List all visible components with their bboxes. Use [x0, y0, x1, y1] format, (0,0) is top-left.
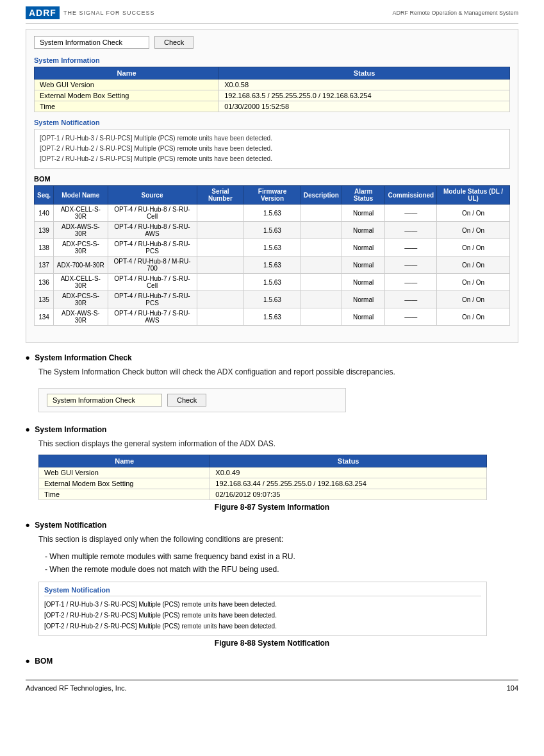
bom-alarm: Normal	[342, 308, 385, 326]
bom-model: ADX-PCS-S-30R	[54, 239, 108, 256]
footer-page: 104	[507, 684, 518, 692]
bom-row: 136 ADX-CELL-S-30R OPT-4 / RU-Hub-7 / S-…	[35, 274, 510, 291]
notification-label: System Notification	[34, 119, 510, 126]
bom-desc	[301, 291, 342, 308]
check-bar: Check	[34, 36, 510, 49]
row-name: Time	[39, 489, 210, 500]
notification-line: [OPT-1 / RU-Hub-3 / S-RU-PCS] Multiple (…	[40, 133, 504, 144]
bom-serial	[197, 256, 244, 274]
table-row: External Modem Box Setting192.168.63.44 …	[39, 478, 487, 489]
logo-text: ADRF	[26, 6, 60, 19]
bom-row: 137 ADX-700-M-30R OPT-4 / RU-Hub-8 / M-R…	[35, 256, 510, 274]
figure-caption: Figure 8-87 System Information	[26, 503, 518, 512]
bom-seq: 138	[35, 239, 54, 256]
bom-col-header: Seq.	[35, 186, 54, 205]
bom-model: ADX-PCS-S-30R	[54, 291, 108, 308]
logo-area: ADRF THE SIGNAL FOR SUCCESS	[26, 6, 155, 19]
bom-module: On / On	[437, 205, 510, 222]
bom-source: OPT-4 / RU-Hub-8 / S-RU-PCS	[108, 239, 197, 256]
table-row: Time01/30/2000 15:52:58	[35, 101, 510, 112]
row-status: 192.168.63.44 / 255.255.255.0 / 192.168.…	[210, 478, 487, 489]
bullet-title: •System Notification	[26, 521, 518, 531]
bom-desc	[301, 239, 342, 256]
figure-check-bar: Check	[38, 388, 346, 414]
bullet-title-text: System Information	[35, 425, 106, 434]
row-name: Web GUI Version	[35, 80, 219, 90]
bom-serial	[197, 308, 244, 326]
small-check-button[interactable]: Check	[167, 394, 206, 407]
bom-module: On / On	[437, 291, 510, 308]
bom-row: 135 ADX-PCS-S-30R OPT-4 / RU-Hub-7 / S-R…	[35, 291, 510, 308]
bullet-dot: •	[26, 424, 29, 435]
bom-desc	[301, 205, 342, 222]
bom-col-header: Description	[301, 186, 342, 205]
col-name: Name	[35, 67, 219, 80]
figure-caption: Figure 8-88 System Notification	[26, 639, 518, 648]
bullet-dot: •	[26, 352, 29, 364]
row-name: External Modem Box Setting	[39, 478, 210, 489]
notification-line: [OPT-2 / RU-Hub-2 / S-RU-PCS] Multiple (…	[40, 144, 504, 154]
bom-seq: 134	[35, 308, 54, 326]
bullet-description: This section is displayed only when the …	[38, 533, 518, 545]
bom-comm: ——	[385, 239, 437, 256]
bom-comm: ——	[385, 274, 437, 291]
notification-title: System Notification	[44, 586, 481, 594]
bullet-title: •BOM	[26, 657, 518, 667]
figure-notification: System Notification[OPT-1 / RU-Hub-3 / S…	[38, 582, 518, 636]
bom-firmware: 1.5.63	[244, 222, 301, 239]
col-name: Name	[39, 455, 210, 467]
bom-col-header: Serial Number	[197, 186, 244, 205]
bom-comm: ——	[385, 291, 437, 308]
bom-model: ADX-CELL-S-30R	[54, 274, 108, 291]
logo-tagline: THE SIGNAL FOR SUCCESS	[63, 10, 155, 16]
row-status: 192.168.63.5 / 255.255.255.0 / 192.168.6…	[219, 90, 510, 101]
system-info-label: System Information	[34, 56, 510, 64]
bullet-title: •System Information	[26, 425, 518, 435]
system-info-check-input[interactable]	[34, 36, 149, 49]
bom-firmware: 1.5.63	[244, 308, 301, 326]
bom-seq: 135	[35, 291, 54, 308]
bom-row: 139 ADX-AWS-S-30R OPT-4 / RU-Hub-8 / S-R…	[35, 222, 510, 239]
bullet-description: The System Information Check button will…	[38, 366, 518, 378]
bom-alarm: Normal	[342, 291, 385, 308]
bom-desc	[301, 222, 342, 239]
bom-row: 140 ADX-CELL-S-30R OPT-4 / RU-Hub-8 / S-…	[35, 205, 510, 222]
bom-model: ADX-CELL-S-30R	[54, 205, 108, 222]
row-name: Time	[35, 101, 219, 112]
bullet-system-notification: •System NotificationThis section is disp…	[26, 521, 518, 648]
bullet-title: •System Information Check	[26, 353, 518, 364]
top-screenshot: Check System Information Name Status Web…	[26, 29, 518, 343]
page-footer: Advanced RF Technologies, Inc. 104	[26, 680, 518, 692]
bom-col-header: Module Status (DL / UL)	[437, 186, 510, 205]
col-status: Status	[210, 455, 487, 467]
bom-module: On / On	[437, 274, 510, 291]
bom-col-header: Source	[108, 186, 197, 205]
check-button[interactable]: Check	[154, 36, 194, 49]
logo-brand: ADRF	[29, 8, 56, 18]
bom-source: OPT-4 / RU-Hub-7 / S-RU-PCS	[108, 291, 197, 308]
bom-desc	[301, 256, 342, 274]
small-check-input[interactable]	[47, 394, 162, 407]
bom-alarm: Normal	[342, 256, 385, 274]
bom-model: ADX-AWS-S-30R	[54, 222, 108, 239]
bullet-system-info-check: •System Information CheckThe System Info…	[26, 353, 518, 416]
bullet-title-text: System Notification	[35, 521, 106, 530]
figure-system-info: Name Status Web GUI VersionX0.0.49Extern…	[38, 455, 518, 500]
notification-line: [OPT-2 / RU-Hub-2 / S-RU-PCS] Multiple (…	[44, 610, 481, 621]
bom-module: On / On	[437, 256, 510, 274]
notification-box: [OPT-1 / RU-Hub-3 / S-RU-PCS] Multiple (…	[34, 129, 510, 169]
bom-serial	[197, 222, 244, 239]
bom-source: OPT-4 / RU-Hub-7 / S-RU-Cell	[108, 274, 197, 291]
bom-source: OPT-4 / RU-Hub-8 / S-RU-Cell	[108, 205, 197, 222]
notification-line: [OPT-2 / RU-Hub-2 / S-RU-PCS] Multiple (…	[44, 621, 481, 632]
table-row: External Modem Box Setting192.168.63.5 /…	[35, 90, 510, 101]
notification-box: System Notification[OPT-1 / RU-Hub-3 / S…	[38, 582, 487, 636]
bom-serial	[197, 239, 244, 256]
bom-model: ADX-700-M-30R	[54, 256, 108, 274]
bom-col-header: Alarm Status	[342, 186, 385, 205]
table-row: Web GUI VersionX0.0.49	[39, 467, 487, 478]
bom-seq: 137	[35, 256, 54, 274]
bom-firmware: 1.5.63	[244, 291, 301, 308]
bom-serial	[197, 291, 244, 308]
bullet-dot: •	[26, 519, 29, 531]
